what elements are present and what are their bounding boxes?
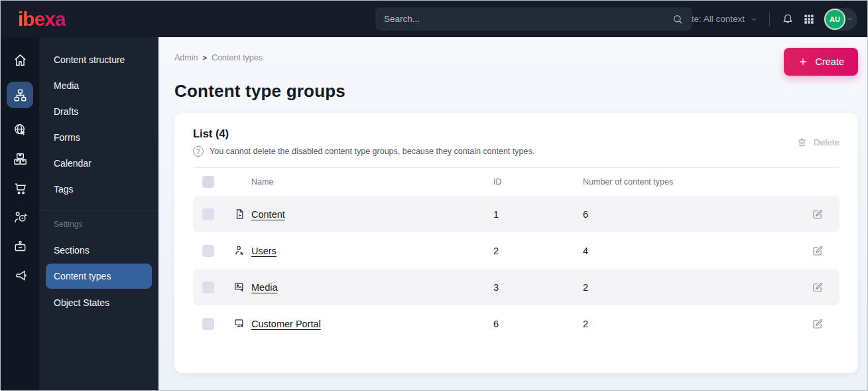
apps-grid-icon[interactable] — [803, 13, 815, 25]
help-icon: ? — [193, 146, 204, 157]
col-header-count: Number of content types — [583, 177, 812, 187]
edit-button[interactable] — [812, 318, 839, 330]
group-count: 4 — [583, 246, 812, 256]
sidebar-item-sections[interactable]: Sections — [39, 237, 158, 263]
products-boxes-icon[interactable] — [13, 151, 28, 167]
global-search[interactable] — [375, 7, 692, 31]
user-icon — [227, 244, 251, 257]
site-context-label: Site: All context — [684, 14, 745, 24]
app-window: ibexa Site: All context — [0, 0, 868, 391]
site-globe-icon[interactable] — [13, 122, 28, 137]
create-button[interactable]: Create — [784, 48, 858, 76]
admin-badge-icon[interactable] — [13, 239, 28, 254]
content-type-groups-table: Name ID Number of content types Content … — [193, 167, 839, 342]
group-count: 6 — [583, 209, 812, 220]
group-link-media[interactable]: Media — [251, 282, 493, 293]
image-icon — [227, 281, 251, 293]
group-link-customer-portal[interactable]: Customer Portal — [251, 319, 493, 329]
edit-button[interactable] — [812, 208, 839, 220]
bell-icon[interactable] — [781, 13, 794, 26]
avatar[interactable]: AU — [826, 10, 844, 29]
table-header: Name ID Number of content types — [193, 168, 839, 196]
search-icon[interactable] — [672, 13, 684, 25]
trash-icon — [796, 137, 808, 148]
sidebar-item-object-states[interactable]: Object States — [39, 289, 158, 315]
breadcrumb: Admin > Content types — [174, 48, 263, 62]
sidebar-section-settings: Settings — [39, 213, 158, 237]
icon-rail — [1, 37, 39, 390]
row-checkbox[interactable] — [202, 281, 214, 293]
group-id: 1 — [493, 209, 583, 220]
sitemap-icon — [13, 88, 28, 103]
list-title: List (4) — [193, 127, 534, 140]
row-checkbox[interactable] — [202, 208, 214, 220]
group-id: 6 — [493, 319, 583, 329]
sidebar-item-tags[interactable]: Tags — [39, 176, 158, 202]
table-row: Users 2 4 — [193, 232, 839, 269]
content-type-groups-card: List (4) ? You cannot delete the disable… — [174, 113, 858, 373]
cart-icon[interactable] — [13, 181, 28, 196]
table-row: Content 1 6 — [193, 196, 839, 232]
topbar-divider — [769, 12, 770, 27]
breadcrumb-admin[interactable]: Admin — [174, 53, 198, 62]
topbar: ibexa Site: All context — [1, 1, 867, 37]
sidebar-item-calendar[interactable]: Calendar — [39, 150, 158, 176]
row-checkbox[interactable] — [202, 245, 214, 257]
group-link-content[interactable]: Content — [251, 209, 493, 220]
group-id: 3 — [493, 282, 583, 293]
edit-button[interactable] — [812, 245, 839, 257]
file-icon — [227, 208, 251, 220]
col-header-name: Name — [251, 177, 493, 187]
megaphone-icon[interactable] — [13, 268, 28, 283]
table-row: Customer Portal 6 2 — [193, 305, 839, 342]
logo-area[interactable]: ibexa — [1, 8, 158, 31]
chevron-down-icon — [750, 15, 758, 23]
sidebar-menu: Content structure Media Drafts Forms Cal… — [39, 37, 158, 390]
info-text: You cannot delete the disabled content t… — [210, 147, 534, 156]
chevron-down-icon — [846, 15, 853, 23]
sidebar-item-forms[interactable]: Forms — [39, 124, 158, 150]
home-icon[interactable] — [13, 52, 28, 68]
topbar-right: Site: All context AU — [666, 8, 867, 31]
group-link-users[interactable]: Users — [251, 246, 493, 256]
ibexa-logo[interactable]: ibexa — [18, 8, 66, 30]
table-row: Media 3 2 — [193, 269, 839, 305]
content-structure-rail-item[interactable] — [7, 82, 33, 108]
delete-button[interactable]: Delete — [796, 137, 839, 148]
group-count: 2 — [583, 319, 812, 329]
group-id: 2 — [493, 246, 583, 256]
breadcrumb-content-types: Content types — [212, 53, 263, 62]
col-header-id: ID — [493, 177, 583, 187]
page-title: Content type groups — [174, 81, 858, 102]
sidebar-item-drafts[interactable]: Drafts — [39, 98, 158, 124]
monitor-icon — [227, 317, 251, 330]
sidebar-divider — [39, 210, 158, 210]
edit-button[interactable] — [812, 281, 839, 293]
sidebar-item-content-types[interactable]: Content types — [46, 264, 152, 289]
info-row: ? You cannot delete the disabled content… — [193, 146, 534, 157]
main-content: Admin > Content types Create Content typ… — [158, 37, 867, 390]
sidebar-item-media[interactable]: Media — [39, 72, 158, 98]
breadcrumb-separator: > — [202, 54, 206, 62]
plus-icon — [798, 56, 808, 67]
select-all-checkbox[interactable] — [202, 176, 214, 188]
sidebar-item-content-structure[interactable]: Content structure — [39, 46, 158, 72]
search-input[interactable] — [384, 14, 672, 24]
user-menu[interactable]: AU — [824, 8, 857, 31]
row-checkbox[interactable] — [202, 318, 214, 330]
group-count: 2 — [583, 282, 812, 293]
personalization-target-icon[interactable] — [13, 210, 28, 225]
